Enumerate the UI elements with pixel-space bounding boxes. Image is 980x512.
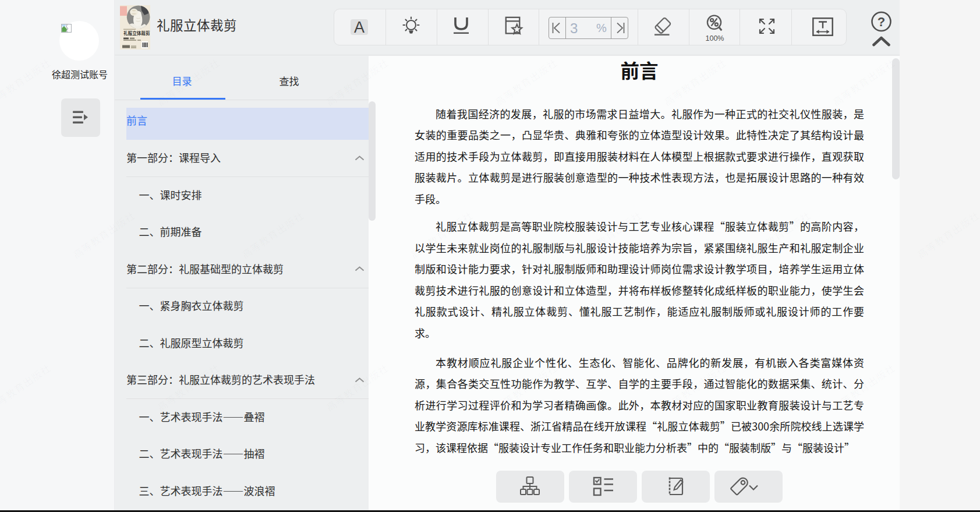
svg-text:礼服立体裁剪: 礼服立体裁剪 — [123, 30, 150, 36]
svg-text:?: ? — [878, 15, 885, 29]
